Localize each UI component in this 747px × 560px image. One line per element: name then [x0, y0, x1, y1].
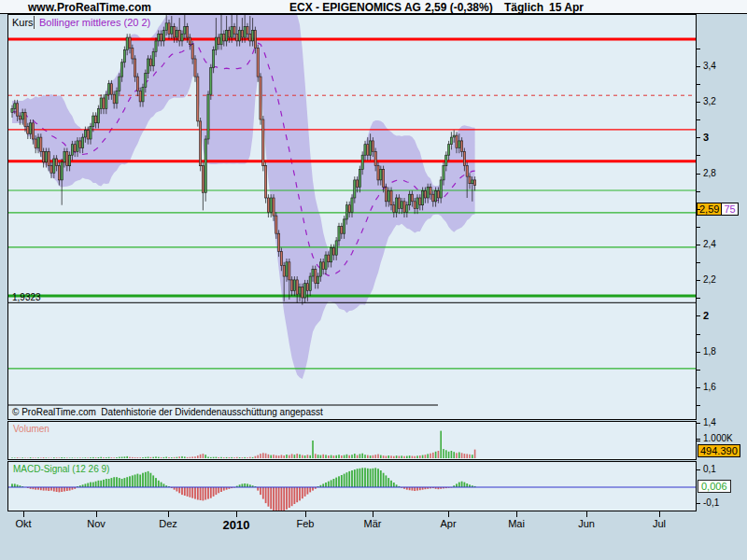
macd-bar [103, 480, 105, 487]
volume-bar [108, 457, 110, 458]
macd-bar [344, 474, 345, 487]
candle-body [200, 121, 202, 166]
candle-body [445, 155, 447, 166]
candle-body [461, 141, 463, 152]
volume-bar [328, 455, 330, 458]
candle-body [168, 23, 170, 35]
last-macd-badge: 0,006 [698, 480, 731, 493]
macd-bar [309, 487, 311, 492]
price-chart-panel[interactable]: Kurs Bollinger mittleres (20 2) 1,9323 ©… [7, 14, 697, 420]
volume-bar [351, 455, 353, 458]
volume-bar [14, 458, 16, 459]
volume-bar [320, 455, 322, 458]
volume-bar [236, 457, 238, 458]
macd-bar [307, 487, 309, 495]
candle-body [17, 104, 19, 116]
volume-bar [77, 458, 78, 459]
month-tick [516, 511, 517, 517]
macd-bar [197, 487, 199, 500]
macd-bar [386, 475, 388, 487]
volume-bar [11, 457, 13, 458]
macd-bar [132, 475, 134, 487]
volume-bar [24, 458, 26, 459]
macd-bar [92, 483, 94, 487]
price-tick-label: 3 [703, 132, 709, 143]
macd-bar [461, 482, 463, 487]
volume-bar [364, 455, 366, 458]
candle-body [11, 109, 13, 113]
macd-bar [116, 477, 118, 487]
candle-body [396, 198, 398, 212]
macd-bar [56, 487, 58, 492]
macd-canvas[interactable] [8, 462, 696, 511]
volume-bar [286, 455, 288, 458]
time-axis[interactable]: OktNovDez2010FebMärAprMaiJunJul [0, 511, 747, 539]
month-tick [23, 511, 24, 517]
volume-bar [142, 457, 144, 458]
month-label: Dez [140, 518, 196, 529]
macd-bar [113, 477, 115, 487]
macd-bar [124, 478, 126, 487]
volume-bar [333, 455, 335, 458]
candle-body [92, 116, 94, 127]
macd-panel[interactable]: MACD-Signal (12 26 9) [7, 461, 697, 511]
macd-bar [139, 475, 141, 488]
candle-body [207, 94, 209, 139]
price-tick-label: 2,2 [703, 274, 716, 285]
volume-bar [373, 455, 374, 458]
candle-body [424, 190, 426, 198]
macd-bar [119, 478, 120, 487]
volume-bar [270, 455, 272, 458]
volume-bar [161, 457, 162, 458]
candle-body [37, 137, 39, 148]
macd-bar [218, 487, 219, 493]
candle-body [249, 34, 251, 41]
macd-bar [204, 487, 206, 500]
candle-body [35, 139, 36, 148]
last-price-badge: 2,59 75 [697, 203, 739, 216]
candle-body [233, 27, 235, 35]
volume-panel[interactable]: Volumen [7, 421, 697, 460]
price-chart-canvas[interactable] [8, 15, 696, 419]
macd-bar [373, 469, 374, 487]
price-axis[interactable]: 2,59 75 3,43,232,82,42,221,81,61,4 [697, 14, 747, 419]
candle-body [351, 198, 353, 212]
candle-body [202, 166, 204, 193]
candle-body [474, 180, 476, 186]
macd-bar [194, 487, 196, 499]
volume-bar [116, 457, 118, 458]
candle-body [367, 145, 369, 156]
volume-bar [174, 457, 176, 458]
volume-bar [341, 455, 343, 458]
macd-bar [270, 487, 272, 509]
volume-canvas[interactable] [8, 422, 696, 459]
volume-axis[interactable]: 1.000K 494.390 [697, 421, 747, 460]
candle-body [145, 73, 147, 87]
volume-bar [35, 458, 36, 459]
macd-axis[interactable]: 0,1 0,006 -0,1 [697, 461, 747, 511]
volume-bar [37, 457, 39, 458]
candle-body [341, 227, 343, 234]
macd-bar [364, 468, 366, 487]
macd-bar [158, 481, 160, 487]
volume-bar [204, 455, 206, 458]
macd-bar [184, 487, 186, 496]
month-label: Jun [558, 518, 614, 529]
price-tick [697, 315, 700, 316]
candle-body [302, 287, 303, 299]
macd-bar [325, 483, 327, 487]
volume-bar [82, 458, 84, 459]
volume-bar [383, 455, 385, 458]
candle-body [440, 180, 442, 198]
macd-bar [281, 487, 283, 511]
macd-bar [278, 487, 280, 511]
copyright-note: © ProRealTime.com Datenhistorie der Divi… [12, 407, 323, 417]
volume-bar [466, 454, 468, 458]
volume-bar [317, 455, 319, 458]
volume-bar [72, 457, 74, 458]
chart-titlebar: www.ProRealTime.com ECX - EPIGENOMICS AG… [0, 0, 747, 14]
price-tick [697, 191, 700, 192]
candle-body [40, 137, 42, 151]
volume-bar [242, 457, 244, 458]
candle-body [469, 176, 471, 184]
